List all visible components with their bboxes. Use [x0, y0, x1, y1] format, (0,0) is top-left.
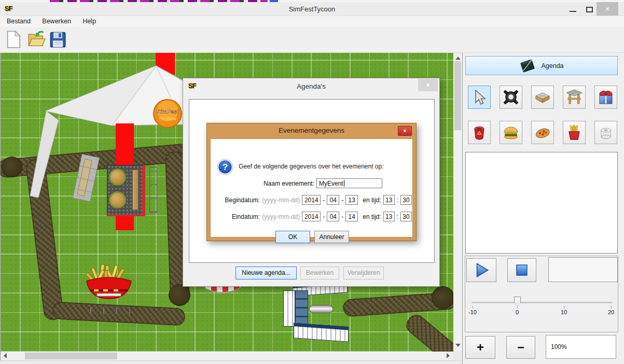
open-folder-icon — [27, 30, 46, 49]
tool-stage[interactable] — [531, 86, 554, 109]
date-separator: - — [323, 197, 325, 204]
ok-button[interactable]: OK — [275, 231, 310, 243]
event-dialog-close-button[interactable]: × — [398, 126, 412, 136]
tool-toilet-paper[interactable] — [594, 121, 617, 144]
burger-stand — [107, 165, 145, 216]
scaffold-icon — [565, 89, 583, 106]
scroll-down-icon[interactable] — [455, 344, 461, 347]
vertical-scroll-thumb[interactable] — [454, 61, 461, 130]
agendas-dialog-titlebar[interactable]: SF Agenda's × — [183, 78, 439, 94]
end-day-input[interactable]: 14 — [345, 212, 358, 221]
sidebar-listbox[interactable] — [465, 152, 618, 254]
maximize-icon — [586, 7, 593, 12]
start-minute-input[interactable]: 30 — [400, 195, 412, 205]
tent-ladder — [73, 154, 99, 201]
scroll-left-icon[interactable] — [4, 353, 7, 358]
end-hour-input[interactable]: 13 — [383, 212, 395, 221]
slider-tick — [473, 306, 473, 309]
speed-slider-track[interactable] — [472, 302, 613, 303]
tool-scaffold[interactable] — [563, 86, 586, 109]
time-separator: : — [397, 197, 398, 204]
date-format-hint: (yyyy-mm-dd) — [262, 197, 300, 204]
tool-select[interactable] — [468, 86, 491, 109]
grandstand — [283, 282, 349, 341]
new-document-icon — [5, 30, 23, 49]
menu-bar: Bestand Bewerken Help — [0, 16, 624, 27]
tool-fries[interactable] — [563, 121, 586, 144]
start-month-input[interactable]: 04 — [327, 195, 339, 205]
minus-icon: − — [517, 340, 524, 355]
end-time-label: en tijd: — [363, 213, 381, 220]
start-hour-input[interactable]: 13 — [383, 195, 395, 205]
menu-bestand[interactable]: Bestand — [2, 16, 35, 25]
map-horizontal-scrollbar[interactable] — [1, 352, 453, 360]
event-dialog-titlebar[interactable]: Evenementgegevens × — [207, 123, 416, 138]
burger-roof — [109, 169, 126, 186]
end-date-row: Eindatum: (yyyy-mm-dd) 2014 - 04 - 14 en… — [214, 212, 412, 221]
new-agenda-button[interactable]: Nieuwe agenda... — [235, 267, 297, 279]
title-bar[interactable]: SF SimFestTycoon × — [0, 2, 624, 16]
open-file-button[interactable] — [27, 30, 46, 50]
slider-label-min: -10 — [468, 309, 477, 315]
event-dialog-content: ? Geef de volgende gegevens over het eve… — [210, 138, 413, 237]
start-year-input[interactable]: 2014 — [302, 195, 321, 205]
agenda-button-label: Agenda — [541, 62, 563, 69]
tool-gift[interactable] — [594, 86, 617, 109]
toilet-paper-icon — [597, 124, 615, 142]
scroll-up-icon[interactable] — [455, 57, 461, 60]
agenda-book-icon — [519, 58, 536, 74]
close-button[interactable]: × — [597, 2, 618, 16]
minimize-button[interactable] — [565, 5, 581, 15]
event-dialog: Evenementgegevens × ? Geef de volgende g… — [206, 123, 417, 241]
edit-agenda-button[interactable]: Bewerken — [300, 267, 339, 279]
speed-slider-thumb[interactable] — [514, 297, 521, 306]
tool-spotlight[interactable] — [500, 86, 522, 109]
delete-agenda-button[interactable]: Verwijderen — [343, 267, 384, 279]
save-file-button[interactable] — [49, 30, 67, 50]
play-button[interactable] — [466, 258, 496, 282]
stop-icon — [513, 261, 531, 279]
window-bottom-edge — [0, 360, 462, 364]
date-format-hint: (yyyy-mm-dd) — [262, 213, 300, 220]
tool-trash[interactable] — [468, 121, 491, 144]
end-month-input[interactable]: 04 — [327, 212, 339, 221]
path-knob — [2, 157, 22, 177]
bench — [90, 307, 130, 314]
end-year-input[interactable]: 2014 — [302, 212, 321, 221]
side-panel: Agenda — [462, 53, 624, 364]
agendas-dialog-close-button[interactable]: × — [418, 79, 438, 91]
svg-text:SimFest: SimFest — [157, 108, 179, 115]
zoom-level-value: 100% — [551, 343, 567, 351]
save-floppy-icon — [49, 30, 66, 49]
main-toolbar — [0, 27, 624, 53]
zoom-out-button[interactable]: − — [506, 336, 535, 359]
start-day-input[interactable]: 13 — [345, 195, 358, 205]
end-minute-input[interactable]: 30 — [400, 212, 412, 221]
tool-burger[interactable] — [500, 121, 522, 144]
agenda-button[interactable]: Agenda — [465, 56, 618, 75]
burger-stand-counter — [132, 170, 138, 210]
new-file-button[interactable] — [5, 30, 24, 50]
question-icon: ? — [217, 159, 233, 175]
map-vertical-scrollbar[interactable] — [453, 53, 462, 352]
menu-bewerken[interactable]: Bewerken — [37, 16, 76, 25]
trash-can-icon — [470, 124, 488, 142]
grandstand-bottom — [294, 323, 349, 342]
event-name-input[interactable]: MyEvent — [316, 178, 382, 188]
tool-pizza[interactable] — [531, 121, 554, 144]
minimize-icon — [570, 11, 576, 12]
slider-tick — [564, 306, 564, 309]
horizontal-scroll-thumb[interactable] — [25, 353, 117, 359]
scroll-right-icon[interactable] — [447, 353, 450, 358]
zoom-in-button[interactable]: + — [465, 336, 495, 359]
stop-button[interactable] — [507, 258, 536, 282]
event-name-value: MyEvent — [319, 180, 343, 187]
slider-label-ten: 10 — [561, 309, 567, 315]
maximize-button[interactable] — [582, 5, 598, 15]
menu-help[interactable]: Help — [78, 16, 101, 25]
dirt-path-corner — [403, 311, 453, 352]
playback-status-panel[interactable] — [548, 257, 618, 282]
zoom-level-field[interactable]: 100% — [546, 335, 616, 359]
event-name-row: Naam evenement: MyEvent — [214, 178, 382, 188]
cancel-button[interactable]: Annuleer — [314, 231, 349, 243]
